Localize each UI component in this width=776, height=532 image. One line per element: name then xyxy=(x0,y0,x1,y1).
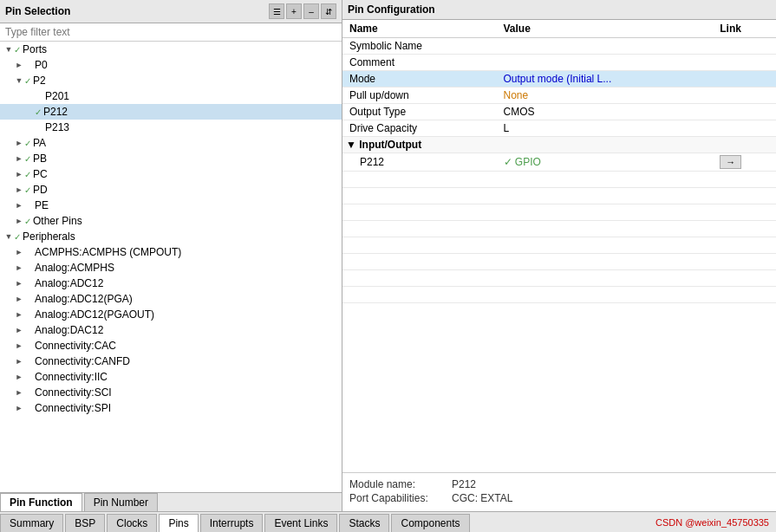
pin-function-tab[interactable]: Pin Function xyxy=(0,493,82,511)
table-row-p212[interactable]: P212 ✓ GPIO → xyxy=(342,153,776,172)
item-label: Connectivity:CANFD xyxy=(35,355,130,367)
table-row-mode[interactable]: Mode Output mode (Initial L... xyxy=(342,71,776,88)
tree-item-pd[interactable]: ► ✓ PD xyxy=(0,182,342,198)
table-row-empty xyxy=(342,221,776,237)
item-label: Analog:ADC12(PGA) xyxy=(35,293,133,305)
item-label: P213 xyxy=(45,121,69,133)
expand-icon: ▼ xyxy=(14,75,24,86)
expand-icon: ► xyxy=(14,185,24,195)
item-label: Analog:DAC12 xyxy=(35,324,103,336)
tree-item-ports[interactable]: ▼ ✓ Ports xyxy=(0,42,342,57)
footer-tab-clocks[interactable]: Clocks xyxy=(107,514,157,532)
right-content: Name Value Link Symbolic Name Comment xyxy=(342,20,776,511)
port-cap-label: Port Capabilities: xyxy=(349,492,445,504)
table-row[interactable]: Output Type CMOS xyxy=(342,104,776,120)
item-label: P212 xyxy=(43,106,68,118)
tree-item-connectivitysci[interactable]: ► Connectivity:SCI xyxy=(0,385,342,400)
expand-all-icon[interactable]: + xyxy=(286,3,302,19)
tree-item-connectivityiic[interactable]: ► Connectivity:IIC xyxy=(0,369,342,385)
tree-area: ▼ ✓ Ports ► P0 ▼ ✓ P2 P201 ✓ xyxy=(0,42,342,492)
table-row[interactable]: Drive Capacity L xyxy=(342,120,776,137)
item-label: PA xyxy=(33,137,46,149)
table-row-empty xyxy=(342,237,776,254)
tree-item-p201[interactable]: P201 xyxy=(0,88,342,104)
item-label: PD xyxy=(33,184,48,196)
item-label: P0 xyxy=(35,59,48,71)
tree-item-connectivitycac[interactable]: ► Connectivity:CAC xyxy=(0,338,342,354)
table-row[interactable]: Comment xyxy=(342,55,776,71)
checkmark-icon: ✓ xyxy=(504,156,512,168)
item-label: P2 xyxy=(33,75,46,87)
prop-link[interactable]: → xyxy=(713,153,776,172)
footer-tab-bsp[interactable]: BSP xyxy=(65,514,105,532)
footer-tab-stacks[interactable]: Stacks xyxy=(339,514,389,532)
footer-tab-summary[interactable]: Summary xyxy=(0,514,63,532)
tree-item-p212[interactable]: ✓ P212 xyxy=(0,104,342,120)
prop-value: CMOS xyxy=(497,104,714,120)
table-row[interactable]: Pull up/down None xyxy=(342,88,776,104)
tree-item-analogadc12pga[interactable]: ► Analog:ADC12(PGA) xyxy=(0,291,342,307)
list-icon[interactable]: ☰ xyxy=(269,3,284,19)
tree-item-pe[interactable]: ► PE xyxy=(0,198,342,213)
expand-icon: ► xyxy=(14,325,24,335)
check-icon: ✓ xyxy=(14,45,21,55)
config-wrapper: Name Value Link Symbolic Name Comment xyxy=(342,20,776,472)
expand-icon: ► xyxy=(14,278,24,289)
prop-name: Mode xyxy=(342,71,497,88)
item-label: Ports xyxy=(23,43,47,55)
table-row-empty xyxy=(342,204,776,221)
footer-tab-components[interactable]: Components xyxy=(391,514,469,532)
item-label: Connectivity:SCI xyxy=(35,386,112,399)
sort-icon[interactable]: ⇵ xyxy=(321,3,336,19)
prop-name: Pull up/down xyxy=(342,88,497,104)
footer-tab-eventlinks[interactable]: Event Links xyxy=(264,514,337,532)
expand-icon: ► xyxy=(14,169,24,179)
check-icon: ✓ xyxy=(24,76,31,86)
item-label: Analog:ADC12(PGAOUT) xyxy=(35,308,154,321)
tree-item-analogadc12[interactable]: ► Analog:ADC12 xyxy=(0,276,342,291)
table-group-row: ▼ Input/Output xyxy=(342,137,776,153)
prop-link xyxy=(713,55,776,71)
prop-name: Symbolic Name xyxy=(342,38,497,55)
tree-item-connectivityspi[interactable]: ► Connectivity:SPI xyxy=(0,400,342,416)
prop-name: P212 xyxy=(342,153,497,172)
pin-number-tab[interactable]: Pin Number xyxy=(84,493,158,511)
right-panel-title: Pin Configuration xyxy=(348,3,435,16)
check-icon: ✓ xyxy=(35,107,42,117)
tree-item-pa[interactable]: ► ✓ PA xyxy=(0,135,342,151)
prop-value xyxy=(497,38,714,55)
table-row-empty xyxy=(342,270,776,287)
footer-tab-interrupts[interactable]: Interrupts xyxy=(200,514,264,532)
col-name: Name xyxy=(342,20,497,38)
prop-name: Drive Capacity xyxy=(342,120,497,137)
left-panel: Pin Selection ☰ + – ⇵ ▼ ✓ Ports ► P0 ▼ xyxy=(0,0,342,511)
footer-tab-pins[interactable]: Pins xyxy=(159,514,198,532)
expand-icon: ► xyxy=(14,403,24,413)
check-icon: ✓ xyxy=(24,154,31,164)
table-row[interactable]: Symbolic Name xyxy=(342,38,776,55)
link-arrow-button[interactable]: → xyxy=(720,155,741,169)
left-panel-header: Pin Selection ☰ + – ⇵ xyxy=(0,0,342,23)
item-label: Analog:ADC12 xyxy=(35,277,103,289)
tree-item-analogdac12[interactable]: ► Analog:DAC12 xyxy=(0,322,342,338)
prop-name: Output Type xyxy=(342,104,497,120)
tree-item-p2[interactable]: ▼ ✓ P2 xyxy=(0,73,342,88)
collapse-all-icon[interactable]: – xyxy=(303,3,319,19)
col-value: Value xyxy=(497,20,714,38)
tree-item-otherpins[interactable]: ► ✓ Other Pins xyxy=(0,213,342,229)
check-icon: ✓ xyxy=(14,232,21,242)
expand-icon: ► xyxy=(14,216,24,226)
tree-item-acmphs[interactable]: ► ACMPHS:ACMPHS (CMPOUT) xyxy=(0,244,342,260)
expand-icon: ► xyxy=(14,309,24,320)
tree-item-analogacmphs[interactable]: ► Analog:ACMPHS xyxy=(0,260,342,276)
item-label: ACMPHS:ACMPHS (CMPOUT) xyxy=(35,246,181,258)
tree-item-pb[interactable]: ► ✓ PB xyxy=(0,151,342,166)
tree-item-p0[interactable]: ► P0 xyxy=(0,57,342,73)
tree-item-connectivitycanfd[interactable]: ► Connectivity:CANFD xyxy=(0,354,342,369)
filter-input[interactable] xyxy=(0,23,342,42)
tree-item-analogadc12pgaout[interactable]: ► Analog:ADC12(PGAOUT) xyxy=(0,307,342,322)
tree-item-peripherals[interactable]: ▼ ✓ Peripherals xyxy=(0,229,342,244)
gpio-value: GPIO xyxy=(515,156,541,168)
tree-item-p213[interactable]: P213 xyxy=(0,120,342,135)
tree-item-pc[interactable]: ► ✓ PC xyxy=(0,166,342,182)
